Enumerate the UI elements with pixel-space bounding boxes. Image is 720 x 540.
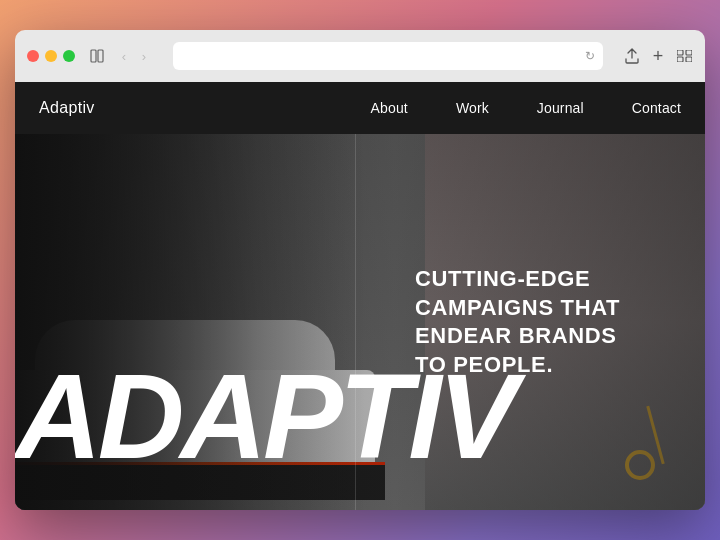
back-button[interactable]: ‹ <box>115 47 133 65</box>
close-button[interactable] <box>27 50 39 62</box>
svg-rect-4 <box>677 57 683 62</box>
hero-tagline: CUTTING-EDGE CAMPAIGNS THAT ENDEAR BRAND… <box>415 265 645 379</box>
share-button[interactable] <box>623 47 641 65</box>
minimize-button[interactable] <box>45 50 57 62</box>
site-logo[interactable]: Adaptiv <box>39 99 95 117</box>
browser-chrome: ‹ › ↻ + <box>15 30 705 82</box>
address-bar[interactable]: ↻ <box>173 42 603 70</box>
svg-rect-2 <box>677 50 683 55</box>
nav-work[interactable]: Work <box>456 100 489 116</box>
nav-contact[interactable]: Contact <box>632 100 681 116</box>
site-navigation: Adaptiv About Work Journal Contact <box>15 82 705 134</box>
add-tab-button[interactable]: + <box>649 47 667 65</box>
site-nav-links: About Work Journal Contact <box>371 100 681 116</box>
maximize-button[interactable] <box>63 50 75 62</box>
svg-rect-5 <box>686 57 692 62</box>
tab-grid-button[interactable] <box>675 47 693 65</box>
nav-arrows: ‹ › <box>115 47 153 65</box>
window-tile-button[interactable] <box>89 48 105 64</box>
browser-window: ‹ › ↻ + Adap <box>15 30 705 510</box>
svg-rect-0 <box>91 50 96 62</box>
website: Adaptiv About Work Journal Contact <box>15 82 705 510</box>
forward-button[interactable]: › <box>135 47 153 65</box>
svg-rect-1 <box>98 50 103 62</box>
traffic-lights <box>27 50 75 62</box>
hero-content: ADAPTIV CUTTING-EDGE CAMPAIGNS THAT ENDE… <box>15 134 705 510</box>
browser-actions: + <box>623 47 693 65</box>
nav-about[interactable]: About <box>371 100 408 116</box>
nav-journal[interactable]: Journal <box>537 100 584 116</box>
hero-section: ADAPTIV CUTTING-EDGE CAMPAIGNS THAT ENDE… <box>15 134 705 510</box>
address-bar-refresh[interactable]: ↻ <box>585 49 595 63</box>
svg-rect-3 <box>686 50 692 55</box>
